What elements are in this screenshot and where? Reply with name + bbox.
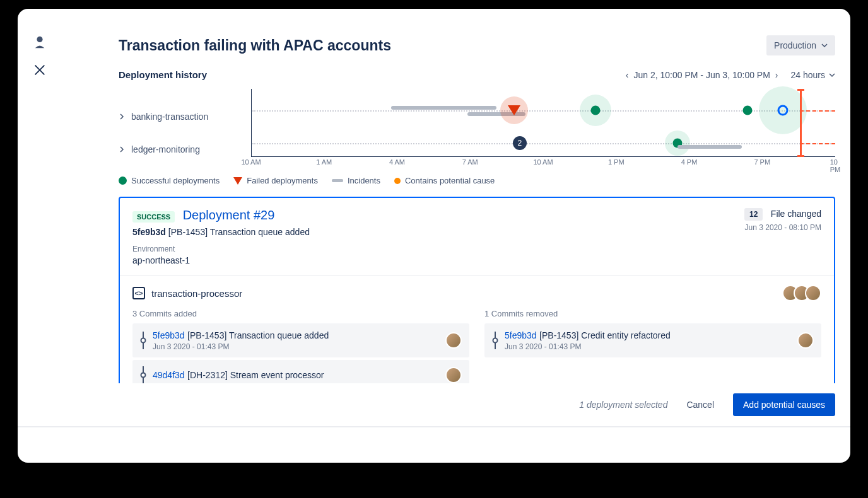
avatar-group[interactable] (787, 285, 821, 301)
commits-removed-header: 1 Commits removed (484, 309, 821, 318)
commits-added-header: 3 Commits added (132, 309, 469, 318)
avatar (445, 332, 462, 349)
commit-message: [PB-1453] Credit entity refactored (539, 330, 671, 340)
commit-message: [PB-1453] Transaction queue added (187, 330, 329, 340)
svg-point-8 (493, 339, 498, 343)
legend-label: Incidents (348, 176, 380, 185)
cancel-button[interactable]: Cancel (679, 395, 722, 415)
axis-tick: 10 AM (533, 158, 553, 166)
time-marker[interactable] (800, 89, 802, 157)
incident-bar (391, 106, 496, 110)
commit-icon (492, 332, 498, 349)
environment-label: Production (774, 40, 816, 50)
service-name: banking-transaction (131, 112, 208, 122)
selection-count: 1 deployment selected (579, 400, 667, 410)
chevron-down-icon (821, 42, 828, 49)
svg-point-0 (37, 37, 42, 42)
service-name: ledger-monitoring (131, 144, 200, 154)
deployment-timeline: banking-transaction ledger-monitoring (119, 89, 835, 171)
duration-select[interactable]: 24 hours (791, 70, 835, 80)
service-row[interactable]: banking-transaction (119, 100, 251, 133)
axis-tick: 4 PM (681, 158, 698, 166)
axis-tick: 1 PM (608, 158, 625, 166)
service-row[interactable]: ledger-monitoring (119, 133, 251, 166)
deployment-timestamp: Jun 3 2020 - 08:10 PM (744, 223, 821, 232)
environment-select[interactable]: Production (766, 35, 835, 55)
legend-label: Successful deployments (131, 176, 220, 185)
commit-time: Jun 3 2020 - 01:43 PM (153, 342, 439, 351)
axis-tick: 10 PM (830, 158, 841, 173)
app-panel: Transaction failing with APAC accounts P… (18, 9, 850, 463)
incident-bar (677, 145, 742, 149)
range-prev[interactable]: ‹ (626, 70, 629, 80)
chevron-right-icon (119, 113, 125, 120)
commit-message: [DH-2312] Stream event processor (187, 370, 324, 380)
chevron-right-icon (119, 146, 125, 153)
svg-point-6 (141, 373, 146, 378)
selected-deployment[interactable] (777, 105, 788, 116)
failed-deployment[interactable] (508, 105, 520, 115)
range-next[interactable]: › (775, 70, 778, 80)
axis-tick: 10 AM (241, 158, 261, 166)
range-text: Jun 2, 10:00 PM - Jun 3, 10:00 PM (634, 70, 770, 80)
chevron-down-icon (829, 72, 835, 78)
svg-point-4 (141, 339, 146, 343)
commit-message: [PB-1453] Transaction queue added (168, 227, 310, 237)
legend-label: Contains potential cause (405, 176, 495, 185)
avatar (797, 332, 814, 349)
avatar (445, 367, 462, 383)
avatar (805, 285, 821, 301)
success-deployment[interactable] (743, 106, 753, 115)
commit-row[interactable]: 5fe9b3d [PB-1453] Credit entity refactor… (484, 323, 821, 357)
commit-icon (140, 332, 146, 349)
add-causes-button[interactable]: Add potential causes (733, 393, 835, 416)
close-icon[interactable] (33, 63, 47, 77)
commit-icon (140, 366, 146, 384)
footer-bar: 1 deployment selected Cancel Add potenti… (18, 383, 850, 427)
code-icon: <> (132, 287, 145, 299)
grouped-count[interactable]: 2 (513, 136, 527, 150)
cause-icon (394, 178, 401, 184)
axis-tick: 4 AM (389, 158, 405, 166)
commit-hash: 5fe9b3d (505, 330, 537, 340)
page-title: Transaction failing with APAC accounts (119, 37, 391, 54)
axis-tick: 7 AM (462, 158, 478, 166)
commit-hash: 49d4f3d (153, 370, 185, 380)
chart-legend: Successful deployments Failed deployment… (119, 176, 835, 185)
failed-icon (233, 177, 242, 185)
sidebar (33, 35, 52, 77)
axis-tick: 7 PM (754, 158, 770, 166)
deployment-title[interactable]: Deployment #29 (183, 208, 275, 222)
legend-label: Failed deployments (247, 176, 318, 185)
file-changed-label: File changed (771, 209, 821, 219)
env-label: Environment (132, 245, 310, 253)
range-controls: ‹ Jun 2, 10:00 PM - Jun 3, 10:00 PM › 24… (626, 70, 835, 80)
main-content: Transaction failing with APAC accounts P… (119, 35, 835, 404)
axis-tick: 1 AM (316, 158, 332, 166)
success-deployment[interactable] (591, 106, 601, 115)
person-icon (33, 35, 47, 49)
success-icon (119, 177, 127, 185)
commit-row[interactable]: 5fe9b3d [PB-1453] Transaction queue adde… (132, 323, 469, 357)
file-count: 12 (744, 208, 763, 221)
section-title: Deployment history (119, 69, 207, 80)
commit-hash: 5fe9b3d (153, 330, 185, 340)
incident-icon (332, 179, 343, 182)
duration-label: 24 hours (791, 70, 825, 80)
status-badge: SUCCESS (132, 211, 175, 223)
commit-time: Jun 3 2020 - 01:43 PM (505, 342, 791, 351)
commit-hash: 5fe9b3d (132, 227, 166, 237)
repo-name: transaction-processor (151, 288, 242, 299)
env-value: ap-northeast-1 (132, 255, 310, 265)
deployment-card: SUCCESS Deployment #29 5fe9b3d [PB-1453]… (119, 197, 835, 404)
